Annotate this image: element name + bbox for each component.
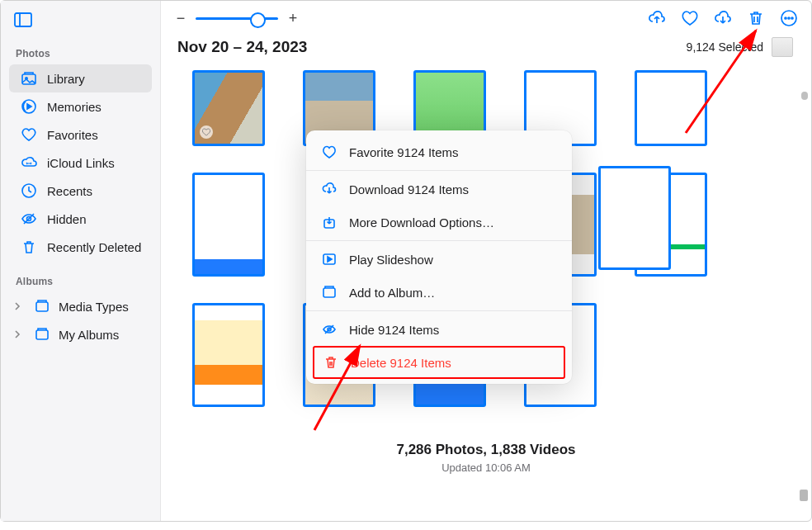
zoom-in-button[interactable]: + [286,10,300,27]
zoom-out-button[interactable]: − [174,10,187,27]
sidebar-section-photos: Photos [9,45,152,64]
heart-icon[interactable] [681,9,699,27]
chevron-right-icon [14,330,26,338]
album-icon [34,298,50,315]
sidebar-item-media-types[interactable]: Media Types [9,292,152,320]
date-range-title: Nov 20 – 24, 2023 [177,38,307,56]
sidebar-item-label: Hidden [47,212,87,226]
heart-icon [21,126,37,143]
photo-thumb[interactable] [192,70,265,146]
sidebar-item-recents[interactable]: Recents [9,177,152,205]
content-header: Nov 20 – 24, 2023 9,124 Selected [161,31,811,64]
eye-slash-icon [321,321,338,338]
sidebar-item-label: iCloud Links [47,156,115,170]
selection-preview-thumb [772,37,793,57]
trash-icon[interactable] [747,9,765,27]
selection-count-text: 9,124 Selected [687,40,763,54]
album-add-icon [321,284,338,300]
svg-rect-18 [323,288,335,297]
sidebar-section-albums: Albums [9,272,152,292]
eye-slash-icon [21,211,37,227]
summary-counts: 7,286 Photos, 1,838 Videos [192,442,780,458]
library-icon [21,70,37,87]
svg-marker-5 [27,104,31,109]
svg-point-13 [788,17,790,19]
toolbar: − + [161,1,811,31]
sidebar-item-favorites[interactable]: Favorites [9,121,152,149]
more-icon[interactable] [780,9,798,27]
sidebar-item-label: Favorites [47,128,98,142]
library-summary: 7,286 Photos, 1,838 Videos Updated 10:06… [192,433,780,489]
svg-marker-17 [328,257,332,262]
trash-icon [323,354,339,371]
sidebar-item-label: Memories [47,100,102,114]
summary-updated: Updated 10:06 AM [192,461,780,474]
chevron-right-icon [14,302,26,310]
context-item-label: Delete 9124 Items [351,356,451,370]
scrollbar[interactable] [800,490,808,501]
context-item-slideshow[interactable]: Play Slideshow [306,243,572,276]
context-item-label: Hide 9124 Items [349,323,439,337]
context-item-download[interactable]: Download 9124 Items [306,173,572,206]
photo-thumb[interactable] [598,166,671,270]
photo-thumb[interactable] [635,70,707,146]
toolbar-actions [648,9,798,27]
context-item-delete[interactable]: Delete 9124 Items [313,346,565,379]
sidebar-item-label: Recents [47,184,92,198]
sidebar-item-recently-deleted[interactable]: Recently Deleted [9,233,152,261]
sidebar-item-label: Library [47,72,85,86]
download-box-icon [321,214,338,230]
svg-point-14 [791,17,793,19]
context-item-label: Favorite 9124 Items [349,145,459,159]
svg-rect-10 [36,330,48,339]
heart-icon [321,144,338,160]
context-item-label: Add to Album… [349,286,435,300]
svg-point-12 [785,17,786,19]
upload-cloud-icon[interactable] [648,9,666,27]
memories-icon [21,98,37,115]
context-item-hide[interactable]: Hide 9124 Items [306,313,572,346]
sidebar: Photos Library Memories Favorites iCloud… [1,1,161,521]
zoom-slider[interactable] [196,17,278,20]
favorite-badge-icon [200,125,213,139]
sidebar-item-icloud-links[interactable]: iCloud Links [9,149,152,177]
photos-app-window: Photos Library Memories Favorites iCloud… [0,0,812,522]
context-item-label: Download 9124 Items [349,182,469,196]
sidebar-item-library[interactable]: Library [9,64,152,92]
trash-icon [21,239,37,255]
context-item-label: Play Slideshow [349,253,433,267]
sidebar-item-label: My Albums [59,328,119,342]
selection-count: 9,124 Selected [687,37,793,57]
svg-rect-0 [15,13,31,26]
context-item-favorite[interactable]: Favorite 9124 Items [306,135,572,168]
play-icon [321,251,338,267]
svg-rect-9 [36,302,48,311]
photo-thumb[interactable] [192,303,265,407]
context-item-add-album[interactable]: Add to Album… [306,276,572,309]
sidebar-item-label: Recently Deleted [47,240,141,254]
sidebar-toggle-icon[interactable] [9,12,152,30]
cloud-link-icon [21,154,37,171]
download-cloud-icon[interactable] [714,9,732,27]
sidebar-item-hidden[interactable]: Hidden [9,205,152,233]
zoom-control: − + [174,10,300,27]
context-item-more-download[interactable]: More Download Options… [306,206,572,239]
sidebar-item-label: Media Types [59,300,129,314]
context-item-label: More Download Options… [349,215,494,230]
download-cloud-icon [321,181,338,197]
clock-icon [21,182,37,199]
context-menu: Favorite 9124 Items Download 9124 Items … [306,130,572,384]
sidebar-item-my-albums[interactable]: My Albums [9,320,152,348]
album-icon [34,326,50,343]
sidebar-item-memories[interactable]: Memories [9,92,152,121]
scrollbar[interactable] [801,92,808,100]
photo-thumb[interactable] [192,173,265,277]
